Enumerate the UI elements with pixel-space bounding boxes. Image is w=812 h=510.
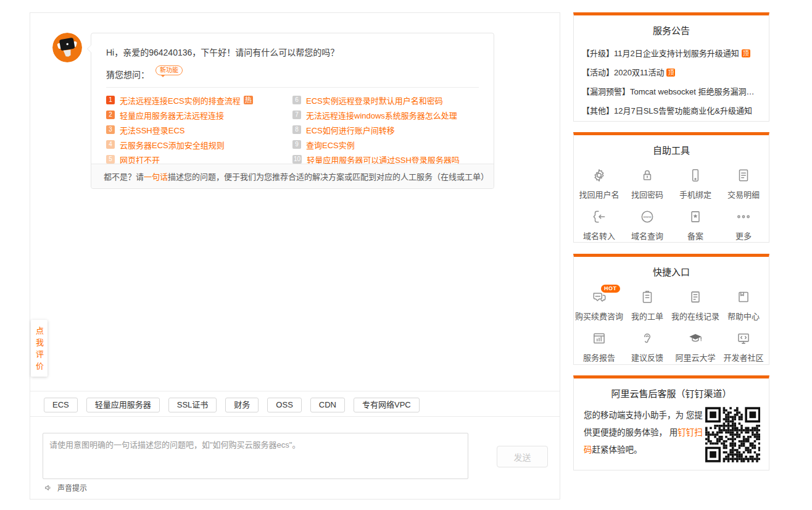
shortcut-item[interactable]: 服务报告: [575, 330, 623, 363]
question-link[interactable]: 无法远程连接windows系统服务器怎么处理: [306, 109, 457, 121]
grid-icon-wrap: [591, 330, 607, 347]
question-link[interactable]: ECS实例远程登录时默认用户名和密码: [306, 94, 443, 106]
developer-monitor-icon: [735, 330, 752, 346]
announcement-item[interactable]: 【漏洞预警】Tomcat websocket 拒绝服务漏洞利用...: [574, 82, 769, 101]
question-item[interactable]: 4云服务器ECS添加安全组规则: [106, 137, 292, 152]
svg-text:www: www: [642, 215, 652, 219]
tool-item[interactable]: 找回用户名: [575, 167, 623, 200]
question-rank-badge: 3: [106, 125, 115, 134]
dingtalk-description: 您的移动端支持小助手，为 您提供更便捷的服务体验， 用钉钉扫码赶紧体验吧。: [584, 407, 704, 462]
category-button[interactable]: ECS: [44, 398, 78, 412]
grid-item-label: 我的工单: [623, 310, 671, 322]
quick-entry-panel: 快捷入口 HOT购买续费咨询我的工单我的在线记录帮助中心服务报告建议反馈阿里云大…: [573, 254, 769, 365]
announcements-list: 【升级】11月2日企业支持计划服务升级通知顶【活动】2020双11活动顶【漏洞预…: [574, 43, 769, 122]
question-col-right: 6ECS实例远程登录时默认用户名和密码7无法远程连接windows系统服务器怎么…: [292, 93, 479, 167]
pinned-top-badge: 顶: [742, 49, 750, 57]
fallback-note-prefix: 都不是？请: [104, 170, 144, 182]
tool-item[interactable]: 备案: [671, 209, 719, 241]
question-rank-badge: 6: [292, 96, 301, 104]
more-dots-icon: [735, 209, 752, 225]
grid-item-label: 备案: [671, 230, 719, 241]
question-link[interactable]: 查询ECS实例: [306, 139, 355, 151]
grid-icon-wrap: www: [639, 209, 655, 225]
www-globe-icon: www: [639, 209, 655, 225]
dingtalk-panel: 阿里云售后客服（钉钉渠道） 您的移动端支持小助手，为 您提供更便捷的服务体验， …: [573, 375, 769, 470]
shortcuts-grid: HOT购买续费咨询我的工单我的在线记录帮助中心服务报告建议反馈阿里云大学开发者社…: [574, 284, 769, 363]
category-button[interactable]: CDN: [310, 398, 345, 412]
shortcut-item[interactable]: 开发者社区: [719, 330, 768, 363]
question-rank-badge: 10: [292, 155, 302, 164]
grid-icon-wrap: [639, 289, 655, 306]
shortcuts-title: 快捷入口: [574, 257, 769, 284]
bubble-tail: [83, 44, 91, 53]
message-input[interactable]: [43, 433, 468, 479]
announcement-text: 【漏洞预警】Tomcat websocket 拒绝服务漏洞利用...: [582, 87, 769, 96]
question-link[interactable]: 轻量应用服务器无法远程连接: [120, 109, 224, 121]
fallback-note-highlight: 一句话: [144, 170, 168, 182]
grid-icon-wrap: [591, 209, 607, 225]
question-item[interactable]: 2轻量应用服务器无法远程连接: [106, 107, 292, 122]
announcement-item[interactable]: 【升级】11月2日企业支持计划服务升级通知顶: [574, 44, 769, 63]
ticket-clipboard-icon: [639, 289, 655, 305]
dingtalk-title: 阿里云售后客服（钉钉渠道）: [574, 378, 769, 406]
question-item[interactable]: 6ECS实例远程登录时默认用户名和密码: [292, 93, 479, 107]
announcement-item[interactable]: 【其他】12月7日SLS告警功能商业化&升级通知: [574, 101, 769, 120]
tool-item[interactable]: 交易明细: [719, 167, 768, 200]
question-item[interactable]: 8ECS如何进行账户间转移: [292, 122, 479, 137]
question-link[interactable]: ECS如何进行账户间转移: [306, 124, 395, 136]
tool-item[interactable]: 手机绑定: [671, 167, 719, 200]
question-link[interactable]: 无法SSH登录ECS: [120, 124, 184, 136]
dingtalk-qr-code: [705, 407, 760, 462]
announcement-text: 【其他】12月7日SLS告警功能商业化&升级通知: [582, 106, 752, 115]
toolbar-divider-top: [30, 391, 560, 391]
tool-item[interactable]: 域名转入: [575, 209, 623, 241]
lock-icon: [639, 167, 655, 183]
grid-icon-wrap: [735, 330, 752, 347]
grid-icon-wrap: [687, 209, 703, 225]
shortcut-item[interactable]: 我的在线记录: [671, 289, 719, 322]
category-button[interactable]: 轻量应用服务器: [86, 398, 160, 412]
sound-tip-toggle[interactable]: 声音提示: [44, 482, 87, 493]
shortcut-item[interactable]: 建议反馈: [623, 330, 671, 363]
category-button[interactable]: OSS: [267, 398, 301, 412]
question-item[interactable]: 9查询ECS实例: [292, 137, 479, 152]
dingtalk-line1: 您的移动端支持小助手，为: [584, 411, 684, 420]
tool-item[interactable]: 更多: [719, 209, 768, 241]
bot-avatar: [52, 33, 82, 62]
announcement-item[interactable]: 【活动】2020双11活动顶: [574, 63, 769, 82]
shortcut-item[interactable]: HOT购买续费咨询: [575, 289, 623, 322]
shortcut-item[interactable]: 我的工单: [623, 289, 671, 322]
category-button[interactable]: 专有网络VPC: [354, 398, 420, 412]
evaluate-tab[interactable]: 点我评价: [31, 320, 48, 377]
hot-badge: HOT: [601, 285, 620, 293]
question-item[interactable]: 3无法SSH登录ECS: [106, 122, 292, 137]
tool-item[interactable]: 找回密码: [623, 167, 671, 200]
grid-item-label: 我的在线记录: [671, 310, 719, 322]
help-book-icon: [735, 289, 752, 305]
shortcut-item[interactable]: 帮助中心: [719, 289, 768, 322]
category-button[interactable]: 财务: [225, 398, 259, 412]
grid-item-label: 开发者社区: [719, 351, 768, 363]
category-button[interactable]: SSL证书: [168, 398, 217, 412]
shortcut-item[interactable]: 阿里云大学: [671, 330, 719, 363]
send-button[interactable]: 发送: [497, 446, 548, 467]
question-link[interactable]: 无法远程连接ECS实例的排查流程: [120, 94, 241, 106]
grid-icon-wrap: [735, 289, 752, 306]
records-doc-icon: [687, 289, 703, 305]
grid-icon-wrap: [639, 330, 655, 347]
fallback-note-suffix: 描述您的问题，便于我们为您推荐合适的解决方案或匹配到对应的人工服务（在线或工单）: [168, 170, 489, 182]
question-rank-badge: 5: [106, 155, 115, 164]
question-link[interactable]: 云服务器ECS添加安全组规则: [120, 139, 225, 151]
tool-item[interactable]: www域名查询: [623, 209, 671, 241]
grid-icon-wrap: [687, 167, 703, 184]
fallback-note: 都不是？请一句话描述您的问题，便于我们为您推荐合适的解决方案或匹配到对应的人工服…: [91, 164, 494, 188]
question-item[interactable]: 1无法远程连接ECS实例的排查流程热: [106, 93, 292, 107]
filing-star-doc-icon: [687, 209, 703, 225]
robot-avatar-icon: [52, 33, 82, 62]
dingtalk-body: 您的移动端支持小助手，为 您提供更便捷的服务体验， 用钉钉扫码赶紧体验吧。: [574, 406, 769, 462]
question-rank-badge: 1: [106, 96, 115, 104]
question-rank-badge: 2: [106, 111, 115, 119]
grid-item-label: 服务报告: [575, 351, 623, 363]
question-col-left: 1无法远程连接ECS实例的排查流程热2轻量应用服务器无法远程连接3无法SSH登录…: [106, 93, 292, 167]
question-item[interactable]: 7无法远程连接windows系统服务器怎么处理: [292, 107, 479, 122]
